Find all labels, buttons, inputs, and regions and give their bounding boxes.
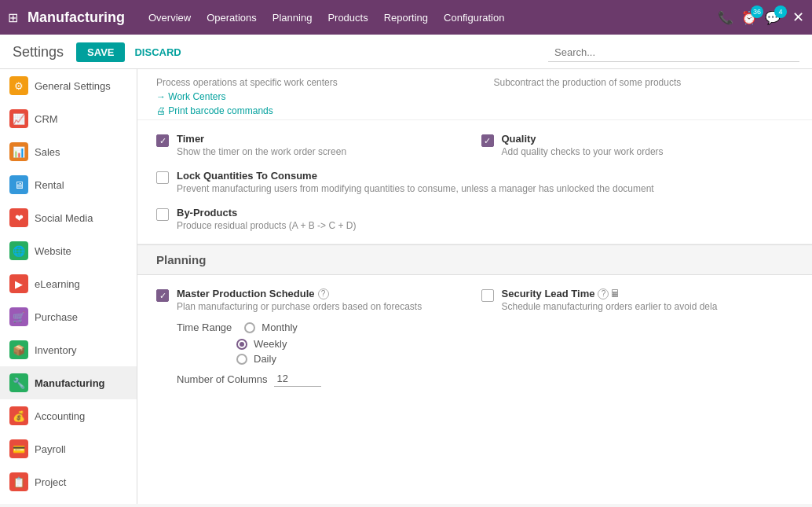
inventory-icon: 📦 xyxy=(9,340,28,359)
sidebar-label-purchase: Purchase xyxy=(35,311,78,323)
sidebar-item-purchase[interactable]: 🛒 Purchase xyxy=(0,300,137,333)
discard-button[interactable]: DISCARD xyxy=(134,46,181,58)
weekly-label: Weekly xyxy=(254,338,287,350)
mps-help-icon[interactable]: ? xyxy=(318,288,329,299)
lock-qty-checkbox[interactable] xyxy=(156,171,169,184)
sidebar-label-sales: Sales xyxy=(35,146,60,158)
lock-qty-desc: Prevent manufacturing users from modifyi… xyxy=(177,183,654,194)
print-barcode-link[interactable]: 🖨 Print barcode commands xyxy=(156,105,456,116)
master-prod-schedule: Master Production Schedule ? Plan manufa… xyxy=(156,288,469,387)
slt-checkbox[interactable] xyxy=(481,289,494,302)
nav-planning[interactable]: Planning xyxy=(272,12,313,24)
sidebar-item-general-settings[interactable]: ⚙ General Settings xyxy=(0,69,137,102)
sidebar-item-manufacturing[interactable]: 🔧 Manufacturing xyxy=(0,366,137,399)
num-columns-input[interactable] xyxy=(274,371,321,387)
chat-icon[interactable]: 💬 4 xyxy=(765,10,781,25)
mps-item: Master Production Schedule ? Plan manufa… xyxy=(156,288,469,312)
planning-header: Planning xyxy=(137,244,812,275)
quality-setting: Quality Add quality checks to your work … xyxy=(481,133,794,157)
sidebar-item-rental[interactable]: 🖥 Rental xyxy=(0,168,137,201)
quality-checkbox[interactable] xyxy=(481,134,494,147)
top-nav: ⊞ Manufacturing Overview Operations Plan… xyxy=(0,0,812,35)
sidebar-item-project[interactable]: 📋 Project xyxy=(0,465,137,498)
nav-products[interactable]: Products xyxy=(327,12,368,24)
save-button[interactable]: SAVE xyxy=(76,42,125,62)
sidebar-item-social-media[interactable]: ❤ Social Media xyxy=(0,201,137,234)
social-icon: ❤ xyxy=(9,208,28,227)
header-actions xyxy=(548,43,799,62)
quality-label: Quality xyxy=(502,133,664,145)
slt-desc: Schedule manufacturing orders earlier to… xyxy=(502,301,718,312)
sidebar-item-crm[interactable]: 📈 CRM xyxy=(0,102,137,135)
settings-header: Settings SAVE DISCARD xyxy=(0,35,812,69)
activity-badge: 36 xyxy=(751,6,763,18)
nav-reporting[interactable]: Reporting xyxy=(384,12,428,24)
gear-icon: ⚙ xyxy=(9,76,28,95)
radio-daily[interactable]: Daily xyxy=(236,353,469,365)
content-area: Process operations at specific work cent… xyxy=(137,69,812,504)
top-desc-right: Subcontract the production of some produ… xyxy=(475,69,813,119)
byproducts-setting: By-Products Produce residual products (A… xyxy=(156,207,793,231)
byproducts-label: By-Products xyxy=(177,207,356,219)
timer-desc: Show the timer on the work order screen xyxy=(177,146,346,157)
phone-icon[interactable]: 📞 xyxy=(718,10,733,25)
project-icon: 📋 xyxy=(9,472,28,491)
mps-content: Master Production Schedule ? Plan manufa… xyxy=(177,288,422,312)
slt-help-icon[interactable]: ? xyxy=(598,288,609,299)
sales-icon: 📊 xyxy=(9,142,28,161)
byproducts-desc: Produce residual products (A + B -> C + … xyxy=(177,220,356,231)
search-input[interactable] xyxy=(548,43,799,62)
timer-checkbox[interactable] xyxy=(156,134,169,147)
sidebar-label-accounting: Accounting xyxy=(35,410,85,422)
monthly-label: Monthly xyxy=(262,321,298,333)
settings-title: Settings xyxy=(13,44,64,61)
sidebar-label-manufacturing: Manufacturing xyxy=(35,377,105,389)
sidebar-label-social: Social Media xyxy=(35,212,93,224)
timer-setting: Timer Show the timer on the work order s… xyxy=(156,133,469,157)
nav-links: Overview Operations Planning Products Re… xyxy=(148,12,718,24)
website-icon: 🌐 xyxy=(9,241,28,260)
weekly-radio[interactable] xyxy=(236,339,247,350)
chat-badge: 4 xyxy=(774,6,787,18)
mps-checkbox[interactable] xyxy=(156,289,169,302)
subcontract-desc: Subcontract the production of some produ… xyxy=(494,77,794,88)
sidebar-label-inventory: Inventory xyxy=(35,344,76,356)
byproducts-checkbox[interactable] xyxy=(156,208,169,221)
sidebar-label-elearning: eLearning xyxy=(35,278,80,290)
nav-overview[interactable]: Overview xyxy=(148,12,191,24)
daily-radio[interactable] xyxy=(236,354,247,365)
nav-operations[interactable]: Operations xyxy=(207,12,257,24)
close-icon[interactable]: ✕ xyxy=(792,9,804,26)
sidebar-item-accounting[interactable]: 💰 Accounting xyxy=(0,399,137,432)
timer-content: Timer Show the timer on the work order s… xyxy=(177,133,346,157)
timer-label: Timer xyxy=(177,133,346,145)
accounting-icon: 💰 xyxy=(9,406,28,425)
main-layout: ⚙ General Settings 📈 CRM 📊 Sales 🖥 Renta… xyxy=(0,69,812,504)
sidebar-label-project: Project xyxy=(35,476,66,488)
sidebar-item-website[interactable]: 🌐 Website xyxy=(0,234,137,267)
sidebar-item-inventory[interactable]: 📦 Inventory xyxy=(0,333,137,366)
payroll-icon: 💳 xyxy=(9,439,28,458)
time-range-label: Time Range xyxy=(177,321,232,333)
calculator-icon: 🖩 xyxy=(610,288,620,299)
sidebar-label-rental: Rental xyxy=(35,179,64,191)
radio-weekly[interactable]: Weekly xyxy=(236,338,469,350)
sidebar-item-elearning[interactable]: ▶ eLearning xyxy=(0,267,137,300)
sidebar: ⚙ General Settings 📈 CRM 📊 Sales 🖥 Renta… xyxy=(0,69,137,504)
sidebar-item-payroll[interactable]: 💳 Payroll xyxy=(0,432,137,465)
byproducts-content: By-Products Produce residual products (A… xyxy=(177,207,356,231)
grid-icon[interactable]: ⊞ xyxy=(8,10,18,25)
sidebar-item-sales[interactable]: 📊 Sales xyxy=(0,135,137,168)
radio-monthly[interactable]: Monthly xyxy=(244,321,298,333)
sidebar-label-crm: CRM xyxy=(35,113,58,125)
manufacturing-icon: 🔧 xyxy=(9,373,28,392)
slt-item: Security Lead Time ? 🖩 Schedule manufact… xyxy=(481,288,794,312)
activity-icon[interactable]: ⏰ 36 xyxy=(741,10,757,25)
work-centers-link[interactable]: → Work Centers xyxy=(156,91,456,102)
rental-icon: 🖥 xyxy=(9,175,28,194)
settings-grid: Timer Show the timer on the work order s… xyxy=(156,133,793,157)
nav-configuration[interactable]: Configuration xyxy=(444,12,504,24)
monthly-radio[interactable] xyxy=(244,322,255,333)
lock-qty-label: Lock Quantities To Consume xyxy=(177,170,654,182)
lock-qty-setting: Lock Quantities To Consume Prevent manuf… xyxy=(156,170,793,194)
